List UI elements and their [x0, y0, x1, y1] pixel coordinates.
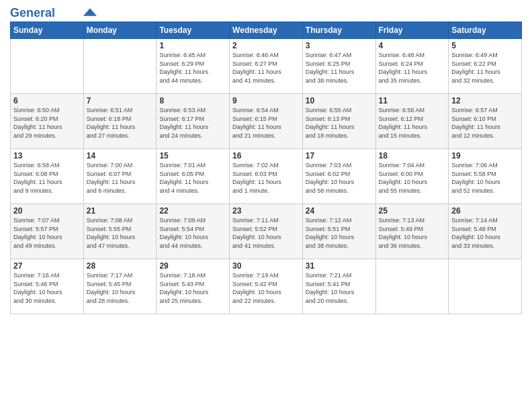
day-number: 31 [306, 261, 373, 271]
calendar-cell: 23Sunrise: 7:11 AM Sunset: 5:52 PM Dayli… [230, 204, 303, 259]
day-info: Sunrise: 7:16 AM Sunset: 5:46 PM Dayligh… [13, 271, 81, 305]
col-header-thursday: Thursday [302, 22, 375, 39]
day-number: 12 [451, 96, 519, 105]
calendar-cell: 27Sunrise: 7:16 AM Sunset: 5:46 PM Dayli… [11, 259, 84, 314]
calendar-cell [83, 39, 157, 94]
week-row-4: 20Sunrise: 7:07 AM Sunset: 5:57 PM Dayli… [11, 204, 522, 259]
day-info: Sunrise: 7:12 AM Sunset: 5:51 PM Dayligh… [306, 216, 373, 250]
day-number: 25 [379, 206, 446, 216]
logo-text: General [10, 7, 55, 19]
calendar-cell: 20Sunrise: 7:07 AM Sunset: 5:57 PM Dayli… [11, 204, 84, 259]
day-number: 22 [159, 206, 226, 216]
week-row-1: 1Sunrise: 6:45 AM Sunset: 6:29 PM Daylig… [11, 39, 522, 94]
day-number: 30 [232, 261, 300, 271]
calendar-table: SundayMondayTuesdayWednesdayThursdayFrid… [10, 21, 522, 314]
day-number: 3 [306, 41, 373, 50]
day-number: 5 [451, 41, 519, 50]
calendar-cell: 31Sunrise: 7:21 AM Sunset: 5:41 PM Dayli… [302, 259, 375, 314]
day-info: Sunrise: 6:56 AM Sunset: 6:12 PM Dayligh… [379, 106, 446, 140]
day-info: Sunrise: 6:48 AM Sunset: 6:24 PM Dayligh… [379, 51, 446, 85]
day-number: 20 [13, 206, 81, 216]
calendar-cell: 10Sunrise: 6:55 AM Sunset: 6:13 PM Dayli… [302, 94, 375, 149]
day-number: 14 [87, 151, 154, 161]
col-header-saturday: Saturday [449, 22, 522, 39]
day-info: Sunrise: 7:21 AM Sunset: 5:41 PM Dayligh… [306, 271, 373, 305]
calendar-cell: 12Sunrise: 6:57 AM Sunset: 6:10 PM Dayli… [449, 94, 522, 149]
day-number: 17 [306, 151, 373, 161]
day-info: Sunrise: 7:00 AM Sunset: 6:07 PM Dayligh… [87, 161, 154, 195]
week-row-2: 6Sunrise: 6:50 AM Sunset: 6:20 PM Daylig… [11, 94, 522, 149]
day-info: Sunrise: 7:19 AM Sunset: 5:42 PM Dayligh… [232, 271, 300, 305]
calendar-cell: 8Sunrise: 6:53 AM Sunset: 6:17 PM Daylig… [157, 94, 230, 149]
day-number: 28 [87, 261, 154, 271]
day-info: Sunrise: 7:17 AM Sunset: 5:45 PM Dayligh… [87, 271, 154, 305]
day-info: Sunrise: 6:51 AM Sunset: 6:18 PM Dayligh… [87, 106, 154, 140]
calendar-cell [449, 259, 522, 314]
calendar-cell: 14Sunrise: 7:00 AM Sunset: 6:07 PM Dayli… [83, 149, 157, 204]
day-number: 9 [232, 96, 300, 105]
calendar-cell: 28Sunrise: 7:17 AM Sunset: 5:45 PM Dayli… [83, 259, 157, 314]
logo: General [10, 7, 97, 17]
calendar-cell: 24Sunrise: 7:12 AM Sunset: 5:51 PM Dayli… [302, 204, 375, 259]
calendar-cell: 4Sunrise: 6:48 AM Sunset: 6:24 PM Daylig… [375, 39, 449, 94]
calendar-cell: 5Sunrise: 6:49 AM Sunset: 6:22 PM Daylig… [449, 39, 522, 94]
day-info: Sunrise: 6:57 AM Sunset: 6:10 PM Dayligh… [451, 106, 519, 140]
day-info: Sunrise: 7:04 AM Sunset: 6:00 PM Dayligh… [379, 161, 446, 195]
calendar-cell: 19Sunrise: 7:06 AM Sunset: 5:58 PM Dayli… [449, 149, 522, 204]
day-info: Sunrise: 7:01 AM Sunset: 6:05 PM Dayligh… [159, 161, 226, 195]
svg-marker-0 [83, 8, 97, 16]
calendar-cell: 26Sunrise: 7:14 AM Sunset: 5:48 PM Dayli… [449, 204, 522, 259]
calendar-cell: 6Sunrise: 6:50 AM Sunset: 6:20 PM Daylig… [11, 94, 84, 149]
calendar-cell: 16Sunrise: 7:02 AM Sunset: 6:03 PM Dayli… [230, 149, 303, 204]
col-header-monday: Monday [83, 22, 157, 39]
day-number: 23 [232, 206, 300, 216]
calendar-cell: 22Sunrise: 7:09 AM Sunset: 5:54 PM Dayli… [157, 204, 230, 259]
day-number: 29 [159, 261, 226, 271]
calendar-cell: 25Sunrise: 7:13 AM Sunset: 5:49 PM Dayli… [375, 204, 449, 259]
day-number: 2 [232, 41, 300, 50]
day-info: Sunrise: 6:50 AM Sunset: 6:20 PM Dayligh… [13, 106, 81, 140]
day-info: Sunrise: 6:58 AM Sunset: 6:08 PM Dayligh… [13, 161, 81, 195]
day-number: 8 [159, 96, 226, 105]
day-number: 18 [379, 151, 446, 161]
day-number: 4 [379, 41, 446, 50]
page-container: General SundayMondayTuesdayWednesdayThur… [0, 0, 532, 321]
day-info: Sunrise: 6:47 AM Sunset: 6:25 PM Dayligh… [306, 51, 373, 85]
calendar-cell: 17Sunrise: 7:03 AM Sunset: 6:02 PM Dayli… [302, 149, 375, 204]
calendar-cell: 13Sunrise: 6:58 AM Sunset: 6:08 PM Dayli… [11, 149, 84, 204]
calendar-cell: 1Sunrise: 6:45 AM Sunset: 6:29 PM Daylig… [157, 39, 230, 94]
day-number: 21 [87, 206, 154, 216]
header: General [10, 7, 522, 17]
calendar-cell: 18Sunrise: 7:04 AM Sunset: 6:00 PM Dayli… [375, 149, 449, 204]
calendar-cell: 2Sunrise: 6:46 AM Sunset: 6:27 PM Daylig… [230, 39, 303, 94]
day-number: 16 [232, 151, 300, 161]
day-number: 24 [306, 206, 373, 216]
col-header-wednesday: Wednesday [230, 22, 303, 39]
calendar-cell: 3Sunrise: 6:47 AM Sunset: 6:25 PM Daylig… [302, 39, 375, 94]
calendar-cell: 7Sunrise: 6:51 AM Sunset: 6:18 PM Daylig… [83, 94, 157, 149]
day-number: 13 [13, 151, 81, 161]
calendar-cell: 15Sunrise: 7:01 AM Sunset: 6:05 PM Dayli… [157, 149, 230, 204]
day-info: Sunrise: 7:03 AM Sunset: 6:02 PM Dayligh… [306, 161, 373, 195]
day-info: Sunrise: 6:54 AM Sunset: 6:15 PM Dayligh… [232, 106, 300, 140]
logo-icon [83, 8, 97, 16]
day-info: Sunrise: 6:45 AM Sunset: 6:29 PM Dayligh… [159, 51, 226, 85]
col-header-friday: Friday [375, 22, 449, 39]
calendar-cell: 11Sunrise: 6:56 AM Sunset: 6:12 PM Dayli… [375, 94, 449, 149]
day-info: Sunrise: 6:46 AM Sunset: 6:27 PM Dayligh… [232, 51, 300, 85]
calendar-cell [11, 39, 84, 94]
col-header-sunday: Sunday [11, 22, 84, 39]
day-info: Sunrise: 7:09 AM Sunset: 5:54 PM Dayligh… [159, 216, 226, 250]
day-info: Sunrise: 7:18 AM Sunset: 5:43 PM Dayligh… [159, 271, 226, 305]
day-info: Sunrise: 6:49 AM Sunset: 6:22 PM Dayligh… [451, 51, 519, 85]
week-row-5: 27Sunrise: 7:16 AM Sunset: 5:46 PM Dayli… [11, 259, 522, 314]
week-row-3: 13Sunrise: 6:58 AM Sunset: 6:08 PM Dayli… [11, 149, 522, 204]
calendar-cell: 9Sunrise: 6:54 AM Sunset: 6:15 PM Daylig… [230, 94, 303, 149]
day-info: Sunrise: 7:06 AM Sunset: 5:58 PM Dayligh… [451, 161, 519, 195]
day-number: 26 [451, 206, 519, 216]
calendar-cell: 29Sunrise: 7:18 AM Sunset: 5:43 PM Dayli… [157, 259, 230, 314]
day-number: 1 [159, 41, 226, 50]
day-info: Sunrise: 7:02 AM Sunset: 6:03 PM Dayligh… [232, 161, 300, 195]
calendar-cell [375, 259, 449, 314]
day-number: 10 [306, 96, 373, 105]
